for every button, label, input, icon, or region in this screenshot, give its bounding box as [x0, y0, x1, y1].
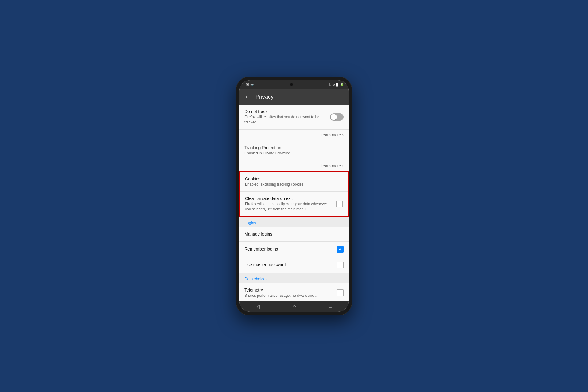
manage-logins-item[interactable]: Manage logins — [239, 227, 349, 242]
cookies-subtitle: Enabled, excluding tracking cookies — [245, 182, 339, 187]
clear-private-data-title: Clear private data on exit — [245, 196, 333, 201]
telemetry-item[interactable]: Telemetry Shares performance, usage, har… — [239, 283, 349, 301]
toolbar: ← Privacy — [239, 89, 349, 105]
bottom-nav: ◁ ○ □ — [239, 301, 349, 312]
back-button[interactable]: ← — [244, 93, 251, 100]
logins-section-header: Logins — [239, 217, 349, 227]
clear-private-data-item[interactable]: Clear private data on exit Firefox will … — [240, 192, 348, 216]
learn-more-2-row[interactable]: Learn more › — [239, 160, 349, 172]
page-title: Privacy — [255, 94, 273, 100]
chevron-right-icon-1: › — [342, 133, 344, 138]
learn-more-2-label: Learn more — [321, 164, 341, 168]
logins-header-label: Logins — [244, 221, 256, 225]
tracking-protection-subtitle: Enabled in Private Browsing — [244, 151, 340, 156]
status-icons: N ⊘ ▊ 🔋 — [329, 83, 344, 86]
master-password-item[interactable]: Use master password — [239, 257, 349, 273]
settings-list: Do not track Firefox will tell sites tha… — [239, 105, 349, 301]
remember-logins-item[interactable]: Remember logins — [239, 242, 349, 257]
cookies-title: Cookies — [245, 176, 339, 181]
status-time: :49 📷 — [244, 83, 254, 86]
telemetry-subtitle: Shares performance, usage, hardware and … — [244, 293, 333, 298]
do-not-track-item[interactable]: Do not track Firefox will tell sites tha… — [239, 105, 349, 130]
phone-frame: :49 📷 N ⊘ ▊ 🔋 ← Privacy Do not track Fir… — [236, 77, 352, 315]
master-password-title: Use master password — [244, 262, 333, 267]
phone-screen: :49 📷 N ⊘ ▊ 🔋 ← Privacy Do not track Fir… — [239, 80, 349, 312]
status-bar: :49 📷 N ⊘ ▊ 🔋 — [239, 80, 349, 89]
manage-logins-title: Manage logins — [244, 232, 340, 236]
clear-private-data-checkbox[interactable] — [336, 201, 343, 207]
clear-private-data-subtitle: Firefox will automatically clear your da… — [245, 202, 333, 212]
telemetry-checkbox[interactable] — [337, 289, 344, 296]
nav-back-button[interactable]: ◁ — [256, 303, 260, 309]
highlighted-section: Cookies Enabled, excluding tracking cook… — [239, 172, 349, 217]
data-choices-section-header: Data choices — [239, 273, 349, 283]
master-password-checkbox[interactable] — [337, 262, 344, 268]
remember-logins-title: Remember logins — [244, 247, 333, 251]
learn-more-1-label: Learn more — [321, 133, 341, 137]
telemetry-title: Telemetry — [244, 288, 333, 292]
tracking-protection-item[interactable]: Tracking Protection Enabled in Private B… — [239, 141, 349, 160]
cookies-item[interactable]: Cookies Enabled, excluding tracking cook… — [240, 172, 348, 192]
do-not-track-title: Do not track — [244, 109, 326, 114]
nav-home-button[interactable]: ○ — [293, 303, 296, 309]
data-choices-header-label: Data choices — [244, 277, 267, 281]
chevron-right-icon-2: › — [342, 163, 344, 168]
camera-notch — [290, 83, 293, 86]
nav-recents-button[interactable]: □ — [329, 303, 332, 309]
learn-more-1-row[interactable]: Learn more › — [239, 130, 349, 141]
do-not-track-subtitle: Firefox will tell sites that you do not … — [244, 115, 326, 125]
do-not-track-toggle[interactable] — [330, 113, 344, 121]
tracking-protection-title: Tracking Protection — [244, 145, 340, 150]
remember-logins-checkbox[interactable] — [337, 246, 344, 253]
toggle-thumb — [331, 114, 337, 120]
